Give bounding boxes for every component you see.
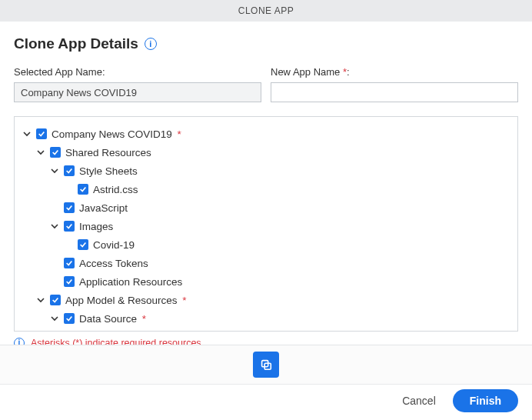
checkbox[interactable]: [78, 184, 88, 195]
tree-node-app-model-resources[interactable]: App Model & Resources *: [65, 295, 187, 306]
dialog-title-bar: CLONE APP: [0, 0, 532, 22]
info-icon[interactable]: i: [145, 38, 157, 50]
chevron-down-icon[interactable]: [22, 129, 32, 138]
chevron-down-icon[interactable]: [36, 295, 45, 305]
chevron-down-icon[interactable]: [50, 166, 59, 175]
selected-app-label: Selected App Name:: [14, 66, 261, 78]
checkbox[interactable]: [50, 147, 61, 158]
checkbox[interactable]: [64, 313, 75, 324]
clone-icon-button[interactable]: [253, 352, 279, 378]
chevron-down-icon[interactable]: [50, 314, 59, 323]
new-app-input[interactable]: [271, 82, 518, 102]
tree-node-style-sheets[interactable]: Style Sheets: [79, 165, 138, 177]
checkbox[interactable]: [36, 128, 47, 139]
tree-node-covid-19[interactable]: Covid-19: [93, 239, 135, 251]
page-title: Clone App Details: [14, 35, 138, 52]
checkbox[interactable]: [50, 295, 61, 305]
selected-app-value: Company News COVID19: [21, 87, 137, 98]
tree-node-astrid-css[interactable]: Astrid.css: [93, 184, 138, 195]
tree-node-access-tokens[interactable]: Access Tokens: [79, 258, 148, 269]
chevron-down-icon[interactable]: [36, 148, 45, 157]
resources-tree: Company News COVID19 * Shared Resources: [14, 116, 518, 332]
chevron-down-icon[interactable]: [50, 222, 59, 231]
selected-app-field: Company News COVID19: [14, 82, 261, 102]
dialog-title: CLONE APP: [238, 5, 294, 16]
tree-node-root[interactable]: Company News COVID19 *: [52, 128, 181, 140]
checkbox[interactable]: [64, 221, 75, 232]
checkbox[interactable]: [78, 239, 88, 250]
finish-button[interactable]: Finish: [453, 389, 518, 412]
checkbox[interactable]: [64, 202, 75, 213]
clone-icon: [259, 358, 273, 372]
tree-node-data-source[interactable]: Data Source *: [79, 313, 146, 325]
tree-node-application-resources[interactable]: Application Resources: [79, 276, 182, 288]
tree-node-javascript[interactable]: JavaScript: [79, 202, 128, 214]
tree-node-images[interactable]: Images: [79, 221, 113, 232]
checkbox[interactable]: [64, 258, 75, 268]
cancel-button[interactable]: Cancel: [394, 390, 444, 412]
checkbox[interactable]: [64, 276, 75, 287]
new-app-label: New App Name *:: [271, 66, 518, 78]
checkbox[interactable]: [64, 165, 75, 176]
tree-node-shared-resources[interactable]: Shared Resources: [65, 147, 151, 158]
